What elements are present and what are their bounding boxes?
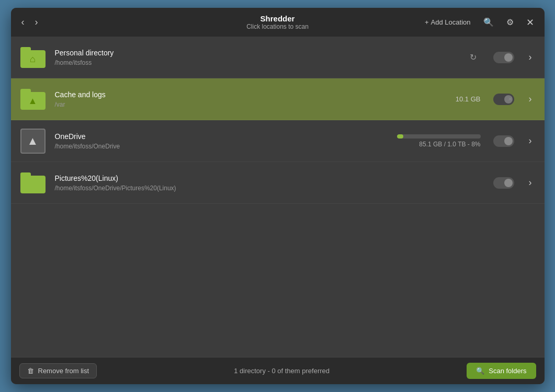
location-meta-ondrive: 85.1 GB / 1.0 TB - 8% ✕ › <box>389 133 536 148</box>
folder-icon-personal: ⌂ <box>19 44 47 71</box>
statusbar: 🗑 Remove from list 1 directory - 0 of th… <box>11 357 545 384</box>
toggle-x-label: ✕ <box>508 180 512 186</box>
size-label-cache: 10.1 GB <box>456 95 481 103</box>
location-info-personal: Personal directory /home/itsfoss <box>55 49 461 66</box>
toggle-switch[interactable]: ✕ <box>493 52 514 63</box>
folder-body: ⌂ <box>20 50 46 68</box>
location-meta-personal: ↻ ✕ › <box>461 50 536 65</box>
folder-home-shape: ⌂ <box>20 47 46 68</box>
content-area: ⌂ Personal directory /home/itsfoss ↻ ✕ › <box>11 37 545 357</box>
toggle-ondrive[interactable]: ✕ <box>493 135 514 147</box>
folder-body <box>20 176 46 193</box>
location-path: /home/itsfoss/OneDrive/Pictures%20(Linux… <box>55 185 479 192</box>
toggle-personal[interactable]: ✕ <box>493 52 514 63</box>
ondrive-icon: ▲ <box>27 134 39 148</box>
toggle-switch[interactable]: ✕ <box>493 94 514 105</box>
search-icon: 🔍 <box>483 18 494 27</box>
location-row-personal[interactable]: ⌂ Personal directory /home/itsfoss ↻ ✕ › <box>11 37 545 78</box>
progress-text: 85.1 GB / 1.0 TB - 8% <box>419 141 480 148</box>
chevron-button-cache[interactable]: › <box>525 91 536 107</box>
forward-button[interactable]: › <box>31 15 42 30</box>
toggle-switch[interactable]: ✕ <box>493 135 514 147</box>
scan-icon: 🔍 <box>476 367 484 375</box>
folder-icon-pictures <box>19 169 47 197</box>
location-path: /home/itsfoss/OneDrive <box>55 143 389 150</box>
home-icon: ⌂ <box>30 54 36 65</box>
plus-icon: + <box>425 18 429 26</box>
location-path: /var <box>55 101 447 108</box>
main-window: ‹ › Shredder Click locations to scan + A… <box>11 8 545 384</box>
scan-folders-button[interactable]: 🔍 Scan folders <box>467 363 536 379</box>
chevron-button-pictures[interactable]: › <box>525 175 536 190</box>
toggle-cache[interactable]: ✕ <box>493 94 514 105</box>
toggle-x-label: ✕ <box>508 55 512 60</box>
scan-label: Scan folders <box>489 367 526 375</box>
location-name: OneDrive <box>55 132 389 141</box>
remove-from-list-button[interactable]: 🗑 Remove from list <box>19 363 97 378</box>
location-info-ondrive: OneDrive /home/itsfoss/OneDrive <box>55 132 389 150</box>
trash-icon: 🗑 <box>27 367 34 375</box>
add-location-button[interactable]: + Add Location <box>421 16 475 28</box>
app-title: Shredder <box>246 14 309 23</box>
close-button[interactable]: ✕ <box>522 15 538 30</box>
folder-body: ▲ <box>20 92 46 110</box>
ondrive-progress-meta: 85.1 GB / 1.0 TB - 8% <box>397 134 481 148</box>
remove-label: Remove from list <box>38 367 89 375</box>
image-icon: ▲ <box>28 96 38 107</box>
toggle-x-label: ✕ <box>508 139 512 144</box>
settings-button[interactable]: ⚙ <box>502 15 518 29</box>
titlebar-right: + Add Location 🔍 ⚙ ✕ <box>421 15 538 30</box>
titlebar: ‹ › Shredder Click locations to scan + A… <box>11 8 545 37</box>
folder-cache-shape: ▲ <box>20 89 46 110</box>
progress-fill <box>397 134 404 139</box>
location-info-cache: Cache and logs /var <box>55 90 447 108</box>
location-row-ondrive[interactable]: ▲ OneDrive /home/itsfoss/OneDrive 85.1 G… <box>11 120 545 162</box>
location-name: Cache and logs <box>55 90 447 99</box>
gear-icon: ⚙ <box>506 18 514 27</box>
add-location-label: Add Location <box>431 18 471 26</box>
toggle-x-label: ✕ <box>508 97 512 102</box>
search-button[interactable]: 🔍 <box>479 15 498 29</box>
location-row-cache[interactable]: ▲ Cache and logs /var 10.1 GB ✕ › <box>11 78 545 120</box>
location-path: /home/itsfoss <box>55 59 461 66</box>
location-name: Pictures%20(Linux) <box>55 174 479 182</box>
reload-icon: ↻ <box>470 52 477 62</box>
status-text: 1 directory - 0 of them preferred <box>97 367 467 375</box>
folder-icon-cache: ▲ <box>19 86 47 113</box>
folder-pictures-shape <box>20 172 46 193</box>
ondrive-shape: ▲ <box>20 129 46 154</box>
title-center: Shredder Click locations to scan <box>246 14 309 30</box>
nav-buttons: ‹ › <box>17 15 42 30</box>
close-icon: ✕ <box>526 17 534 28</box>
location-row-pictures[interactable]: Pictures%20(Linux) /home/itsfoss/OneDriv… <box>11 162 545 204</box>
location-meta-pictures: ✕ › <box>479 175 536 190</box>
location-name: Personal directory <box>55 49 461 57</box>
back-button[interactable]: ‹ <box>17 15 29 30</box>
chevron-button-ondrive[interactable]: › <box>525 133 536 148</box>
toggle-pictures[interactable]: ✕ <box>493 177 514 189</box>
location-info-pictures: Pictures%20(Linux) /home/itsfoss/OneDriv… <box>55 174 479 192</box>
chevron-button-personal[interactable]: › <box>525 50 536 65</box>
toggle-switch[interactable]: ✕ <box>493 177 514 189</box>
folder-icon-ondrive: ▲ <box>19 128 47 155</box>
progress-bar <box>397 134 481 139</box>
app-subtitle: Click locations to scan <box>246 23 309 30</box>
location-meta-cache: 10.1 GB ✕ › <box>447 91 536 107</box>
